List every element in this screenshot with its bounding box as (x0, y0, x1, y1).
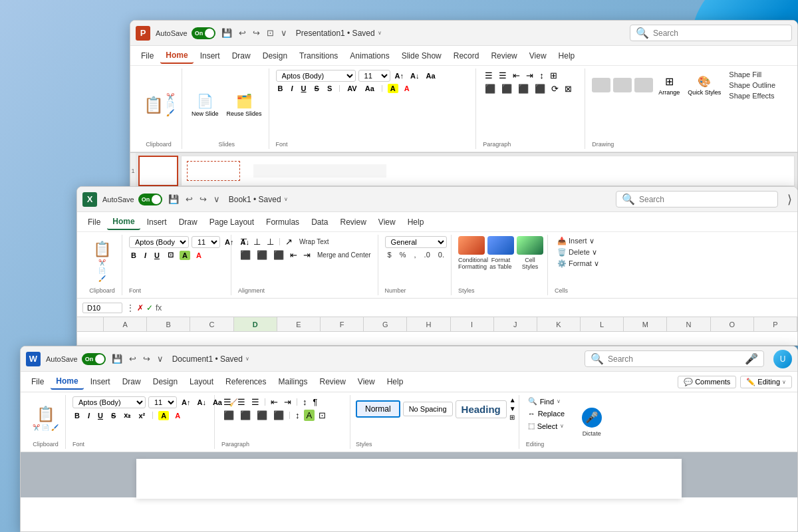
wd-shading-btn[interactable]: A (304, 410, 315, 421)
ppt-font-size[interactable]: 11 (358, 70, 390, 82)
wd-increase-font[interactable]: A↑ (180, 398, 192, 407)
wd-avatar[interactable]: U (773, 350, 792, 368)
wd-undo-icon[interactable]: ↩ (127, 352, 138, 365)
ppt-new-slide-btn[interactable]: 📄 New Slide (189, 92, 221, 118)
xl-menu-insert[interactable]: Insert (142, 215, 172, 229)
wd-strike-btn[interactable]: S (109, 411, 118, 420)
xl-col-P[interactable]: P (754, 317, 797, 331)
ppt-align-center-btn[interactable]: ⬛ (499, 83, 514, 94)
xl-more-icon[interactable]: ∨ (211, 193, 222, 205)
xl-col-G[interactable]: G (364, 317, 407, 331)
xl-menu-review[interactable]: Review (334, 215, 371, 229)
xl-cell-ref[interactable]: D10 (82, 303, 122, 313)
xl-col-D[interactable]: D (234, 317, 277, 331)
wd-menu-layout[interactable]: Layout (184, 374, 219, 389)
xl-indent-more-btn[interactable]: ⇥ (301, 249, 313, 261)
ppt-redo-icon[interactable]: ↪ (251, 27, 262, 39)
ppt-menu-slideshow[interactable]: Slide Show (396, 49, 447, 63)
ppt-more-icon[interactable]: ∨ (279, 27, 289, 39)
wd-bold-btn[interactable]: B (72, 411, 82, 420)
xl-col-I[interactable]: I (451, 317, 494, 331)
xl-font-color-btn[interactable]: A (194, 251, 203, 260)
wd-align-left-btn[interactable]: ⬛ (221, 410, 236, 421)
ppt-numbering-btn[interactable]: ☰ (497, 70, 509, 81)
wd-save-icon[interactable]: 💾 (110, 352, 124, 365)
ppt-menu-draw[interactable]: Draw (227, 49, 256, 63)
xl-col-B[interactable]: B (147, 317, 190, 331)
xl-align-top-btn[interactable]: ⊤ (238, 236, 249, 247)
xl-align-center-btn[interactable]: ⬛ (255, 249, 269, 261)
wd-styles-expand[interactable]: ⊞ (509, 414, 516, 422)
ppt-shape-rect[interactable] (613, 78, 632, 92)
wd-comments-btn[interactable]: 💬 Comments (678, 376, 736, 388)
xl-autosave-toggle[interactable]: On (138, 194, 162, 205)
xl-col-E[interactable]: E (277, 317, 321, 331)
xl-align-right-btn[interactable]: ⬛ (271, 249, 286, 261)
xl-redo-icon[interactable]: ↪ (198, 193, 209, 205)
wd-canvas[interactable] (21, 452, 797, 497)
xl-menu-formulas[interactable]: Formulas (261, 215, 305, 229)
xl-format-painter-btn[interactable]: 🖌️ (98, 275, 106, 282)
xl-col-L[interactable]: L (581, 317, 624, 331)
wd-sort-btn[interactable]: ↕ (301, 396, 309, 408)
ppt-quick-styles-btn[interactable]: 🎨 Quick Styles (685, 74, 724, 97)
xl-col-H[interactable]: H (407, 317, 450, 331)
xl-doc-chevron[interactable]: ∨ (284, 196, 288, 202)
wd-highlight-btn[interactable]: A (158, 411, 169, 420)
wd-menu-draw[interactable]: Draw (117, 374, 146, 389)
xl-text-wrap-angle[interactable]: ↗ (283, 236, 295, 247)
wd-cut-btn[interactable]: ✂️ (33, 424, 40, 431)
ppt-indent-more-btn[interactable]: ⇥ (524, 70, 535, 81)
xl-underline-btn[interactable]: U (152, 251, 162, 260)
wd-style-heading[interactable]: Heading (456, 400, 507, 418)
wd-copy-btn[interactable]: 📄 (42, 424, 49, 431)
xl-merge-center-btn[interactable]: Merge and Center (315, 251, 374, 259)
ppt-doc-chevron[interactable]: ∨ (378, 30, 382, 36)
xl-cut-btn[interactable]: ✂️ (98, 259, 106, 266)
xl-font-size[interactable]: 11 (192, 236, 220, 248)
ppt-decrease-font[interactable]: A↓ (408, 71, 421, 80)
xl-col-A[interactable]: A (104, 317, 147, 331)
xl-align-mid-btn[interactable]: ⊥ (251, 236, 263, 247)
xl-search-box[interactable]: 🔍 (616, 191, 778, 207)
ppt-increase-font[interactable]: A↑ (393, 71, 406, 80)
xl-confirm-icon[interactable]: ✓ (146, 303, 153, 313)
xl-border-btn[interactable]: ⊡ (166, 250, 176, 260)
wd-numbering-btn[interactable]: ☰ (235, 396, 247, 408)
ppt-menu-record[interactable]: Record (448, 49, 485, 63)
xl-percent-btn[interactable]: % (397, 250, 409, 259)
xl-col-N[interactable]: N (667, 317, 710, 331)
wd-justify-btn[interactable]: ⬛ (271, 410, 286, 421)
ppt-line-spacing-btn[interactable]: ↕ (537, 70, 546, 81)
wd-indent-more-btn[interactable]: ⇥ (282, 396, 293, 408)
xl-cancel-icon[interactable]: ✗ (137, 303, 144, 313)
wd-menu-file[interactable]: File (26, 374, 49, 389)
xl-menu-data[interactable]: Data (306, 215, 333, 229)
xl-indent-less-btn[interactable]: ⇤ (288, 249, 299, 261)
wd-style-nospacing[interactable]: No Spacing (403, 402, 453, 416)
xl-menu-file[interactable]: File (82, 215, 106, 229)
ppt-text-direction-btn[interactable]: ⟳ (549, 83, 561, 94)
ppt-font-color-btn[interactable]: A (402, 84, 412, 93)
xl-insert-btn[interactable]: 📥 Insert ∨ (555, 236, 602, 246)
wd-show-hide-btn[interactable]: ¶ (311, 396, 320, 408)
wd-menu-mailings[interactable]: Mailings (273, 374, 313, 389)
ppt-shape-oval[interactable] (592, 78, 610, 92)
xl-undo-icon[interactable]: ↩ (184, 193, 195, 205)
xl-format-btn[interactable]: ⚙️ Format ∨ (555, 259, 602, 269)
ppt-clear-format[interactable]: Aa (424, 71, 437, 80)
ppt-bold-btn[interactable]: B (276, 84, 285, 93)
wd-menu-view[interactable]: View (352, 374, 380, 389)
wd-menu-review[interactable]: Review (315, 374, 351, 389)
ppt-shapes-more[interactable] (634, 78, 653, 92)
ppt-menu-help[interactable]: Help (553, 49, 581, 63)
ppt-menu-file[interactable]: File (136, 49, 159, 63)
xl-menu-home[interactable]: Home (107, 214, 140, 230)
ppt-menu-transitions[interactable]: Transitions (294, 49, 343, 63)
ppt-menu-insert[interactable]: Insert (195, 49, 225, 63)
wd-align-right-btn[interactable]: ⬛ (255, 410, 269, 421)
wd-decrease-font[interactable]: A↓ (195, 398, 207, 407)
xl-cond-format-btn[interactable] (458, 236, 485, 255)
xl-paste-btn[interactable]: 📋 (93, 241, 111, 258)
wd-styles-up[interactable]: ▲ (509, 396, 516, 404)
